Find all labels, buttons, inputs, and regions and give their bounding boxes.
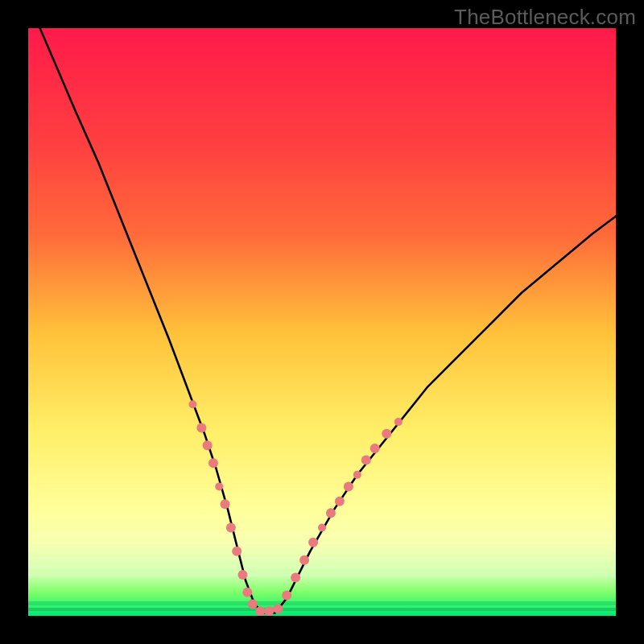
svg-rect-2 xyxy=(28,542,616,544)
svg-point-24 xyxy=(291,573,300,583)
svg-point-16 xyxy=(232,547,242,556)
svg-point-17 xyxy=(237,570,247,580)
svg-point-19 xyxy=(248,599,258,609)
svg-point-23 xyxy=(282,590,291,600)
svg-point-10 xyxy=(196,423,206,432)
outer-frame: TheBottleneck.com xyxy=(0,0,644,644)
svg-point-34 xyxy=(382,429,391,439)
svg-rect-6 xyxy=(28,574,616,576)
watermark-text: TheBottleneck.com xyxy=(454,5,636,30)
svg-rect-3 xyxy=(28,550,616,552)
svg-point-27 xyxy=(318,524,326,532)
svg-point-9 xyxy=(188,400,196,408)
svg-point-21 xyxy=(264,606,274,616)
svg-point-20 xyxy=(255,606,265,616)
svg-point-14 xyxy=(221,499,230,509)
svg-point-22 xyxy=(273,604,283,613)
plot-area xyxy=(28,28,616,616)
svg-point-35 xyxy=(394,418,402,426)
svg-point-28 xyxy=(326,508,336,518)
svg-point-11 xyxy=(203,440,213,450)
svg-point-32 xyxy=(361,456,371,465)
svg-point-30 xyxy=(344,481,353,491)
svg-point-26 xyxy=(308,538,318,547)
svg-point-18 xyxy=(242,588,252,597)
svg-point-33 xyxy=(370,444,380,453)
svg-point-13 xyxy=(215,482,223,490)
svg-rect-7 xyxy=(28,601,616,605)
svg-point-31 xyxy=(353,471,361,479)
svg-rect-5 xyxy=(28,566,616,568)
svg-rect-4 xyxy=(28,558,616,560)
svg-point-29 xyxy=(335,497,345,506)
svg-point-12 xyxy=(208,458,218,468)
chart-svg xyxy=(28,28,616,616)
svg-point-25 xyxy=(299,555,309,565)
svg-rect-1 xyxy=(28,534,616,536)
svg-rect-8 xyxy=(28,608,616,611)
svg-point-15 xyxy=(226,523,236,533)
